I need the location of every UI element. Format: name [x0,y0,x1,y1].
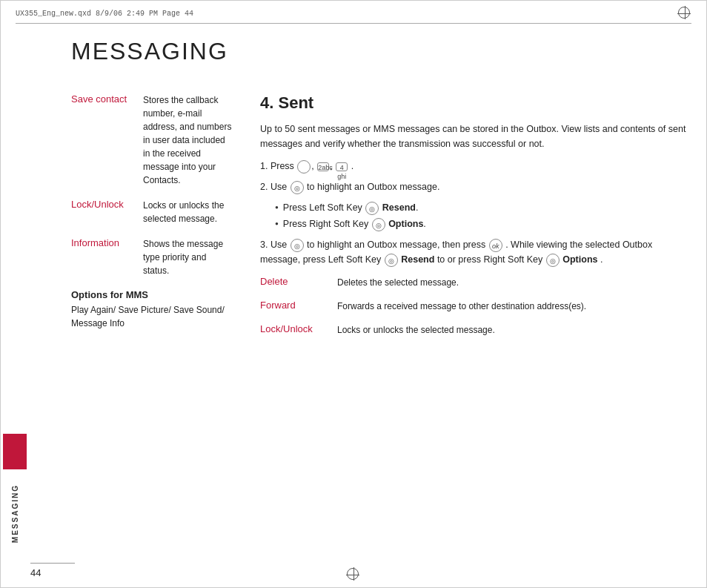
2abc-icon: 2abc [317,162,329,171]
nav-icon-3: ◎ [291,239,304,252]
bullet1-content: Press Left Soft Key ◎ Resend. [283,200,419,215]
bullet2-content: Press Right Soft Key ◎ Options. [283,217,426,231]
left-soft-key-icon-2: ◎ [385,254,398,267]
term-lock-unlock: Lock/Unlock Locks or unlocks the selecte… [71,199,234,225]
section-title: Sent [278,93,313,112]
right-term-desc-lock-unlock-2: Locks or unlocks the selected message. [337,323,495,337]
left-column: Save contact Stores the callback number,… [71,93,234,330]
step2-text: 2. Use [260,182,290,192]
page-container: UX355_Eng_new.qxd 8/9/06 2:49 PM Page 44… [0,0,707,588]
step1-period: . [348,161,354,171]
nav-icon-2: ◎ [291,181,304,194]
term-desc-information: Shows the message type priority and stat… [143,237,234,277]
term-information: Information Shows the message type prior… [71,237,234,277]
top-bar: UX355_Eng_new.qxd 8/9/06 2:49 PM Page 44 [16,7,691,24]
right-terms: Delete Deletes the selected message. For… [260,276,691,337]
ok-icon: ok [489,239,502,252]
right-term-lock-unlock-2: Lock/Unlock Locks or unlocks the selecte… [260,323,691,337]
circle-icon [297,160,311,174]
options-desc: Play Again/ Save Picture/ Save Sound/ Me… [71,303,234,330]
step3-bold1: Resend [401,254,434,265]
step2-text2: to highlight an Outbox message. [307,182,439,192]
sidebar-rotated-label: MESSAGING [11,484,19,543]
main-content: MESSAGING Save contact Stores the callba… [30,23,691,572]
term-label-information: Information [71,237,134,277]
step-1: 1. Press , 2abc, 4 ghi . [260,159,691,174]
sidebar-red-block [3,434,27,469]
right-term-forward: Forward Forwards a received message to o… [260,300,691,313]
bullet2-bold: Options [388,219,423,229]
left-soft-key-icon-1: ◎ [365,202,379,215]
right-soft-key-icon-1: ◎ [372,218,385,231]
right-term-label-forward: Forward [260,300,327,313]
bullet-dot-1: ● [275,203,279,213]
right-column: 4. Sent Up to 50 sent messages or MMS me… [260,93,691,347]
term-label-save-contact: Save contact [71,93,134,187]
right-term-desc-delete: Deletes the selected message. [337,276,459,289]
step3-text: 3. Use [260,240,290,250]
options-title: Options for MMS [71,289,234,300]
bullet-list: ● Press Left Soft Key ◎ Resend. ● Press … [275,200,691,231]
right-term-label-delete: Delete [260,276,327,289]
options-section: Options for MMS Play Again/ Save Picture… [71,289,234,330]
step3-text2: to highlight an Outbox message, then pre… [307,240,488,250]
4ghi-icon: 4 ghi [336,162,348,171]
section-heading: 4. Sent [260,93,691,113]
bottom-line [30,563,75,564]
page-number: 44 [30,567,41,578]
crosshair-icon [678,7,691,20]
term-label-lock-unlock: Lock/Unlock [71,199,134,225]
bullet1-period: . [416,202,418,213]
step3-bold2: Options [562,254,597,265]
step1-comma2: , [330,161,335,171]
step1-comma1: , [311,161,316,171]
file-info: UX355_Eng_new.qxd 8/9/06 2:49 PM Page 44 [16,10,193,18]
term-save-contact: Save contact Stores the callback number,… [71,93,234,187]
step1-text: 1. Press [260,161,296,171]
intro-paragraph: Up to 50 sent messages or MMS messages c… [260,122,691,151]
step3-period: . [600,254,603,265]
page-title: MESSAGING [71,38,691,65]
right-soft-key-icon-2: ◎ [546,254,560,267]
bullet1-bold: Resend [382,202,416,213]
step-2: 2. Use ◎ to highlight an Outbox message. [260,179,691,194]
right-term-label-lock-unlock-2: Lock/Unlock [260,323,327,337]
bullet-item-2: ● Press Right Soft Key ◎ Options. [275,217,691,231]
term-desc-save-contact: Stores the callback number, e-mail addre… [143,93,234,187]
bullet2-period: . [423,219,425,229]
left-sidebar: MESSAGING [1,1,29,587]
bullet-dot-2: ● [275,219,279,229]
term-desc-lock-unlock: Locks or unlocks the selected message. [143,199,234,225]
right-term-desc-forward: Forwards a received message to other des… [337,300,586,313]
section-number: 4. [260,93,273,112]
right-term-delete: Delete Deletes the selected message. [260,276,691,289]
bottom-crosshair [347,568,360,581]
step-3: 3. Use ◎ to highlight an Outbox message,… [260,237,691,267]
step3-text4: to or press Right Soft Key [437,254,545,265]
bullet-item-1: ● Press Left Soft Key ◎ Resend. [275,200,691,215]
